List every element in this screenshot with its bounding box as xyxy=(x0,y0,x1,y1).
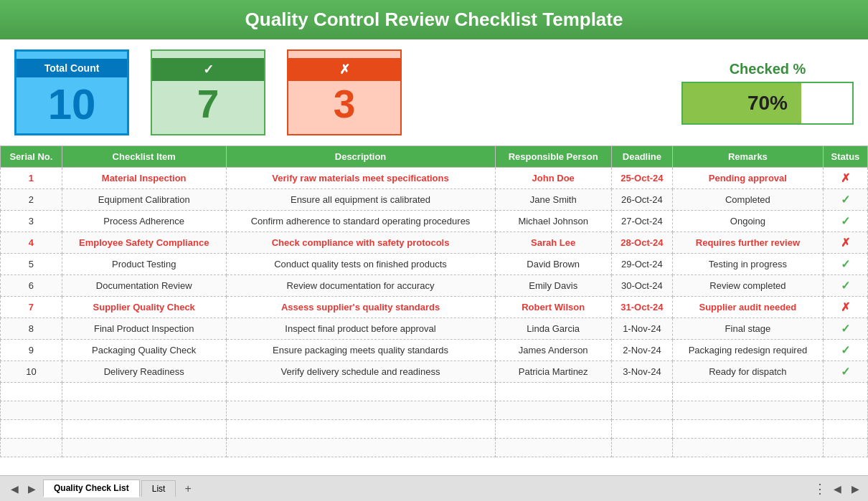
col-deadline: Deadline xyxy=(611,146,672,168)
x-mark-icon: ✗ xyxy=(841,301,850,313)
cell-item: Employee Safety Compliance xyxy=(62,232,226,254)
check-count-card: ✓ 7 xyxy=(151,49,265,135)
scroll-left-icon[interactable]: ◀ xyxy=(831,482,844,496)
table-row-empty xyxy=(1,439,868,457)
cell-serial: 5 xyxy=(1,254,62,275)
table-row: 4Employee Safety ComplianceCheck complia… xyxy=(1,232,868,254)
total-count-label: Total Count xyxy=(16,59,127,77)
cell-person: Patricia Martinez xyxy=(495,361,611,383)
stats-row: Total Count 10 ✓ 7 ✗ 3 Checked % 70% xyxy=(0,39,868,145)
cell-remarks: Packaging redesign required xyxy=(672,340,823,361)
check-mark-icon: ✓ xyxy=(841,194,850,206)
table-row: 10Delivery ReadinessVerify delivery sche… xyxy=(1,361,868,383)
cell-empty xyxy=(823,401,867,420)
cell-item: Equipment Calibration xyxy=(62,189,226,211)
cell-empty xyxy=(611,420,672,439)
cell-status: ✓ xyxy=(823,340,867,361)
cell-description: Inspect final product before approval xyxy=(226,318,495,340)
table-header-row: Serial No. Checklist Item Description Re… xyxy=(1,146,868,168)
cell-empty xyxy=(823,383,867,401)
cell-empty xyxy=(226,420,495,439)
cell-person: Jane Smith xyxy=(495,189,611,211)
cell-remarks: Testing in progress xyxy=(672,254,823,275)
cell-deadline: 25-Oct-24 xyxy=(611,168,672,189)
check-mark-icon: ✓ xyxy=(841,344,850,356)
cell-item: Supplier Quality Check xyxy=(62,297,226,318)
cell-deadline: 1-Nov-24 xyxy=(611,318,672,340)
cell-empty xyxy=(611,401,672,420)
cell-status: ✗ xyxy=(823,297,867,318)
prev-sheet-button[interactable]: ◀ xyxy=(6,480,23,497)
cell-item: Documentation Review xyxy=(62,275,226,297)
next-sheet-button[interactable]: ▶ xyxy=(23,480,40,497)
table-row: 2Equipment CalibrationEnsure all equipme… xyxy=(1,189,868,211)
cell-empty xyxy=(672,383,823,401)
header-title: Quality Control Review Checklist Templat… xyxy=(245,9,623,30)
cell-description: Ensure packaging meets quality standards xyxy=(226,340,495,361)
cell-empty xyxy=(611,383,672,401)
cell-person: Michael Johnson xyxy=(495,211,611,232)
check-mark-icon: ✓ xyxy=(841,215,850,227)
cell-item: Final Product Inspection xyxy=(62,318,226,340)
cell-empty xyxy=(611,439,672,457)
table-container: Serial No. Checklist Item Description Re… xyxy=(0,145,868,475)
more-options-icon[interactable]: ⋮ xyxy=(813,481,826,497)
cell-serial: 8 xyxy=(1,318,62,340)
cell-empty xyxy=(1,401,62,420)
percent-bar-wrapper: 70% xyxy=(681,82,854,125)
tab-list[interactable]: List xyxy=(141,480,176,497)
cell-person: Sarah Lee xyxy=(495,232,611,254)
cell-item: Process Adherence xyxy=(62,211,226,232)
cell-empty xyxy=(495,439,611,457)
cell-empty xyxy=(672,401,823,420)
table-row: 6Documentation ReviewReview documentatio… xyxy=(1,275,868,297)
cell-remarks: Ongoing xyxy=(672,211,823,232)
cell-serial: 1 xyxy=(1,168,62,189)
col-description: Description xyxy=(226,146,495,168)
col-item: Checklist Item xyxy=(62,146,226,168)
cell-remarks: Pending approval xyxy=(672,168,823,189)
percent-card: Checked % 70% xyxy=(681,61,854,125)
tab-quality-check-list[interactable]: Quality Check List xyxy=(43,479,140,497)
cell-description: Verify raw materials meet specifications xyxy=(226,168,495,189)
cell-description: Review documentation for accuracy xyxy=(226,275,495,297)
cell-remarks: Ready for dispatch xyxy=(672,361,823,383)
cell-status: ✓ xyxy=(823,254,867,275)
page-header: Quality Control Review Checklist Templat… xyxy=(0,0,868,39)
cell-empty xyxy=(672,439,823,457)
cell-empty xyxy=(226,401,495,420)
cell-empty xyxy=(62,383,226,401)
cell-person: David Brown xyxy=(495,254,611,275)
table-row: 1Material InspectionVerify raw materials… xyxy=(1,168,868,189)
cell-empty xyxy=(495,420,611,439)
bottom-bar: ◀ ▶ Quality Check List List + ⋮ ◀ ▶ xyxy=(0,475,868,501)
check-count-value: 7 xyxy=(197,81,220,127)
cell-deadline: 2-Nov-24 xyxy=(611,340,672,361)
cell-description: Conduct quality tests on finished produc… xyxy=(226,254,495,275)
x-mark-icon: ✗ xyxy=(841,172,850,184)
cell-empty xyxy=(495,401,611,420)
scroll-right-icon[interactable]: ▶ xyxy=(849,482,862,496)
table-row-empty xyxy=(1,401,868,420)
cell-remarks: Final stage xyxy=(672,318,823,340)
cell-empty xyxy=(823,439,867,457)
cell-person: John Doe xyxy=(495,168,611,189)
cell-serial: 10 xyxy=(1,361,62,383)
check-mark-icon: ✓ xyxy=(841,280,850,292)
cell-status: ✓ xyxy=(823,275,867,297)
col-person: Responsible Person xyxy=(495,146,611,168)
add-sheet-button[interactable]: + xyxy=(177,479,198,498)
cell-remarks: Requires further review xyxy=(672,232,823,254)
table-row: 8Final Product InspectionInspect final p… xyxy=(1,318,868,340)
table-row-empty xyxy=(1,383,868,401)
cell-person: Emily Davis xyxy=(495,275,611,297)
cell-deadline: 26-Oct-24 xyxy=(611,189,672,211)
cell-deadline: 3-Nov-24 xyxy=(611,361,672,383)
cell-empty xyxy=(1,439,62,457)
cell-person: Robert Wilson xyxy=(495,297,611,318)
cell-empty xyxy=(1,420,62,439)
cell-serial: 4 xyxy=(1,232,62,254)
cell-status: ✓ xyxy=(823,361,867,383)
cell-deadline: 29-Oct-24 xyxy=(611,254,672,275)
cell-empty xyxy=(672,420,823,439)
